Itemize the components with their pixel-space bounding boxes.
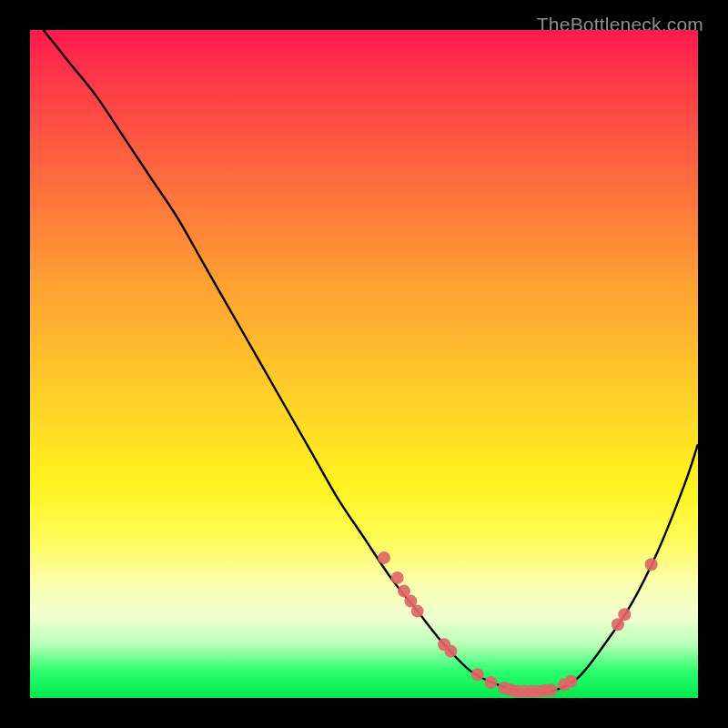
data-point [645,558,658,571]
data-point [485,676,498,689]
data-point [545,683,558,696]
data-point [565,675,578,688]
data-point [378,551,390,564]
bottleneck-curve [44,30,698,693]
chart-plot-area [30,30,698,698]
chart-svg [30,30,698,698]
data-point [444,645,457,658]
data-point [471,668,484,681]
data-point [391,571,404,584]
chart-frame: TheBottleneck.com [14,14,714,714]
data-markers [378,551,658,698]
data-point [411,605,424,618]
data-point [618,608,631,621]
